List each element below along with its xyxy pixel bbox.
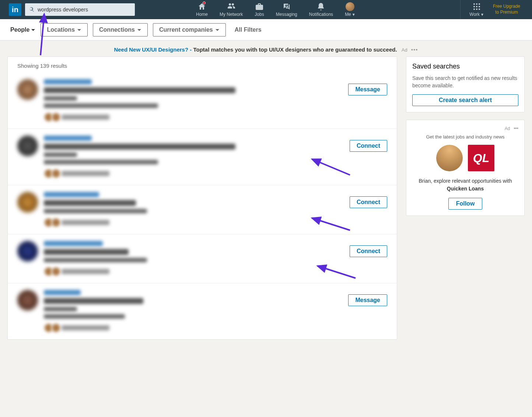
results-count: Showing 139 results xyxy=(8,57,397,73)
ad-banner[interactable]: Need New UX/UI Designers? - Toptal match… xyxy=(0,41,532,56)
chevron-down-icon xyxy=(137,28,141,32)
more-icon[interactable]: ••• xyxy=(514,126,518,131)
profile-avatar[interactable] xyxy=(17,79,38,100)
user-avatar xyxy=(346,2,354,11)
svg-point-4 xyxy=(476,6,477,7)
message-button[interactable]: Message xyxy=(348,294,387,306)
svg-point-0 xyxy=(473,3,475,5)
people-filter[interactable]: People xyxy=(10,27,35,33)
follow-button[interactable]: Follow xyxy=(448,198,483,210)
results-panel: Showing 139 results Message Connect C xyxy=(7,56,397,340)
saved-searches-card: Saved searches Save this search to get n… xyxy=(406,56,525,112)
filter-bar: People Locations Connections Current com… xyxy=(0,19,532,41)
all-filters[interactable]: All Filters xyxy=(235,27,262,33)
result-row[interactable]: Message xyxy=(8,283,397,339)
search-icon xyxy=(29,7,35,13)
result-row[interactable]: Connect xyxy=(8,185,397,234)
nav-home[interactable]: Home xyxy=(190,0,214,19)
chevron-down-icon xyxy=(77,28,81,32)
profile-avatar[interactable] xyxy=(17,136,38,156)
chevron-down-icon xyxy=(31,28,35,32)
result-row[interactable]: Message xyxy=(8,73,397,129)
nav-messaging[interactable]: Messaging xyxy=(270,0,303,19)
nav-me[interactable]: Me▼ xyxy=(339,0,361,19)
messaging-icon xyxy=(282,2,291,11)
network-icon xyxy=(227,2,236,11)
grid-icon xyxy=(472,2,481,11)
profile-avatar[interactable] xyxy=(17,192,38,213)
connections-filter[interactable]: Connections xyxy=(93,23,148,36)
connect-button[interactable]: Connect xyxy=(350,196,387,208)
svg-point-3 xyxy=(473,6,475,7)
sponsor-text: Brian, explore relevant opportunities wi… xyxy=(412,177,518,193)
bell-icon xyxy=(316,2,325,11)
saved-title: Saved searches xyxy=(412,63,518,70)
linkedin-logo[interactable]: in xyxy=(9,3,21,16)
svg-point-7 xyxy=(476,8,477,10)
message-button[interactable]: Message xyxy=(348,84,387,95)
search-input[interactable] xyxy=(38,7,131,13)
search-box[interactable] xyxy=(25,3,135,16)
create-alert-button[interactable]: Create search alert xyxy=(412,94,518,106)
svg-point-8 xyxy=(479,8,480,10)
jobs-icon xyxy=(255,2,264,11)
profile-avatar[interactable] xyxy=(17,241,38,262)
svg-point-2 xyxy=(479,3,480,5)
profile-avatar[interactable] xyxy=(17,290,38,311)
nav-network[interactable]: My Network xyxy=(214,0,249,19)
companies-filter[interactable]: Current companies xyxy=(153,23,226,36)
result-row[interactable]: Connect xyxy=(8,129,397,185)
result-row[interactable]: Connect xyxy=(8,234,397,283)
svg-point-6 xyxy=(473,8,475,10)
more-icon[interactable]: ••• xyxy=(411,46,418,53)
connect-button[interactable]: Connect xyxy=(350,245,387,257)
chevron-down-icon xyxy=(215,28,220,32)
notification-badge xyxy=(203,1,206,4)
top-nav: in Home My Network Jobs Messaging Notifi… xyxy=(0,0,532,19)
svg-point-1 xyxy=(476,3,477,5)
sponsor-card: Ad ••• Get the latest jobs and industry … xyxy=(406,120,525,216)
svg-point-5 xyxy=(479,6,480,7)
nav-jobs[interactable]: Jobs xyxy=(249,0,270,19)
nav-notifications[interactable]: Notifications xyxy=(303,0,339,19)
sponsor-tagline: Get the latest jobs and industry news xyxy=(412,134,518,140)
saved-desc: Save this search to get notified as new … xyxy=(412,75,518,89)
connect-button[interactable]: Connect xyxy=(350,140,387,152)
sponsor-logo: QL xyxy=(468,145,494,171)
ad-label: Ad xyxy=(505,126,510,131)
sponsor-avatar xyxy=(436,145,463,171)
locations-filter[interactable]: Locations xyxy=(41,23,88,36)
premium-link[interactable]: Free Upgrade to Premium xyxy=(490,4,523,15)
nav-work[interactable]: Work▼ xyxy=(463,0,490,19)
